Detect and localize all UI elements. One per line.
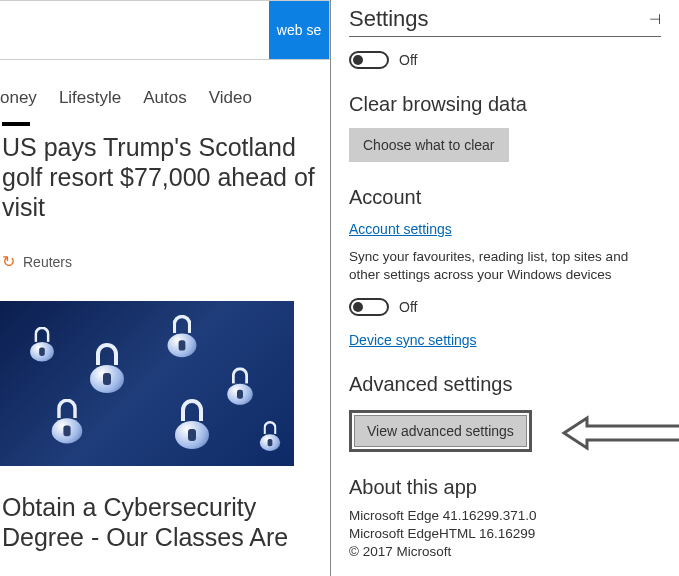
sync-description: Sync your favourites, reading list, top … [349,248,661,284]
nav-tabs: oney Lifestyle Autos Video [0,60,330,122]
nav-money[interactable]: oney [0,88,37,108]
news-article-1[interactable]: US pays Trump's Scotland golf resort $77… [0,122,330,271]
pin-icon[interactable]: ⊣ [649,11,661,27]
device-sync-link[interactable]: Device sync settings [349,332,477,348]
divider [349,36,661,37]
search-bar: web se [0,0,330,60]
toggle-switch-1[interactable] [349,51,389,69]
web-search-button[interactable]: web se [269,1,329,59]
about-heading: About this app [349,476,661,499]
account-settings-link[interactable]: Account settings [349,221,452,237]
article-source: ↻ Reuters [2,252,328,271]
article-2-image[interactable] [0,301,294,466]
nav-video[interactable]: Video [209,88,252,108]
search-input[interactable] [0,1,269,59]
annotation-arrow-icon [559,412,679,458]
toggle-switch-2[interactable] [349,298,389,316]
source-label: Reuters [23,254,72,270]
advanced-button-highlight: View advanced settings [349,410,532,452]
toggle-2-label: Off [399,299,417,315]
reuters-icon: ↻ [2,252,15,271]
nav-autos[interactable]: Autos [143,88,186,108]
advanced-heading: Advanced settings [349,373,661,396]
settings-panel: Settings ⊣ Off Clear browsing data Choos… [330,0,679,576]
toggle-1-label: Off [399,52,417,68]
article-title: US pays Trump's Scotland golf resort $77… [2,132,328,222]
account-heading: Account [349,186,661,209]
clear-data-heading: Clear browsing data [349,93,661,116]
accent-rule [2,122,30,126]
choose-clear-button[interactable]: Choose what to clear [349,128,509,162]
nav-lifestyle[interactable]: Lifestyle [59,88,121,108]
about-copyright: © 2017 Microsoft [349,543,661,561]
article-2-title[interactable]: Obtain a Cybersecurity Degree - Our Clas… [0,492,330,552]
about-version: Microsoft Edge 41.16299.371.0 [349,507,661,525]
settings-heading: Settings [349,6,429,32]
about-engine: Microsoft EdgeHTML 16.16299 [349,525,661,543]
view-advanced-button[interactable]: View advanced settings [354,415,527,447]
page-content: web se oney Lifestyle Autos Video US pay… [0,0,330,576]
